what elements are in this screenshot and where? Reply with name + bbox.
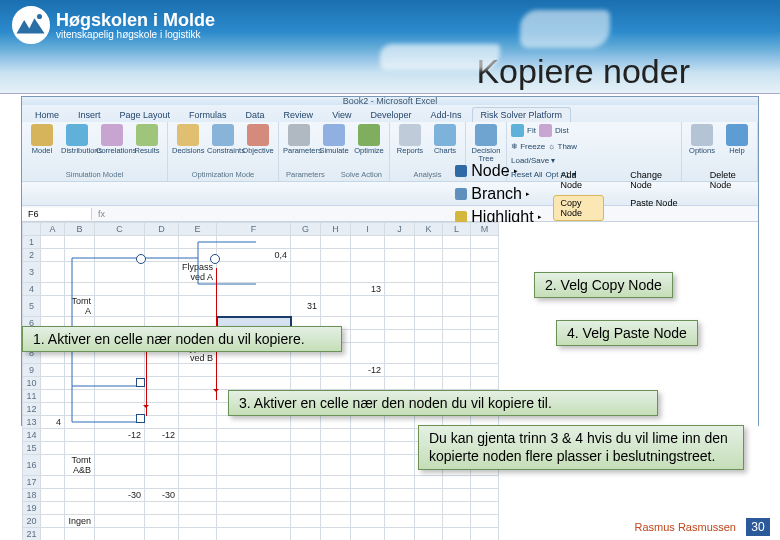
ribbon-button[interactable]: Options (686, 124, 718, 155)
cell[interactable] (41, 528, 65, 541)
cell[interactable] (321, 416, 351, 429)
cell[interactable] (41, 489, 65, 502)
cell[interactable] (65, 283, 95, 296)
cell[interactable] (415, 283, 443, 296)
cell[interactable] (95, 502, 145, 515)
cell[interactable] (95, 283, 145, 296)
cell[interactable] (471, 476, 499, 489)
cell[interactable] (179, 416, 217, 429)
ribbon-item[interactable]: ❄ Freeze☼ Thaw (511, 142, 677, 151)
cell[interactable] (321, 442, 351, 455)
cell[interactable] (321, 283, 351, 296)
cell[interactable] (217, 476, 291, 489)
cell[interactable] (471, 296, 499, 317)
cell[interactable]: 13 (351, 283, 385, 296)
cell[interactable] (415, 236, 443, 249)
cell[interactable] (179, 528, 217, 541)
cell[interactable] (291, 476, 321, 489)
cell[interactable] (443, 249, 471, 262)
cell[interactable] (351, 317, 385, 330)
cell[interactable] (145, 416, 179, 429)
menu-add-node[interactable]: Add Node (553, 167, 605, 193)
cell[interactable] (351, 236, 385, 249)
cell[interactable] (217, 455, 291, 476)
ribbon-button[interactable]: Decision Tree (470, 124, 502, 162)
cell[interactable] (41, 249, 65, 262)
cell[interactable] (41, 502, 65, 515)
cell[interactable]: 4 (41, 416, 65, 429)
cell[interactable] (321, 489, 351, 502)
cell[interactable] (41, 236, 65, 249)
cell[interactable] (145, 403, 179, 416)
cell[interactable]: 0,4 (217, 249, 291, 262)
cell[interactable] (415, 377, 443, 390)
menu-copy-node[interactable]: Copy Node (553, 195, 605, 221)
cell[interactable] (65, 403, 95, 416)
ribbon-tab[interactable]: Risk Solver Platform (472, 107, 572, 122)
cell[interactable] (443, 296, 471, 317)
cell[interactable] (415, 343, 443, 364)
cell[interactable]: Flypass ved A (179, 262, 217, 283)
ribbon-button[interactable]: Parameters (283, 124, 315, 155)
cell[interactable] (217, 416, 291, 429)
cell[interactable] (443, 476, 471, 489)
cell[interactable] (351, 502, 385, 515)
cell[interactable] (65, 442, 95, 455)
cell[interactable] (41, 429, 65, 442)
ribbon-button[interactable]: Help (721, 124, 753, 155)
cell[interactable] (217, 489, 291, 502)
cell[interactable] (65, 236, 95, 249)
cell[interactable] (471, 317, 499, 330)
cell[interactable] (95, 236, 145, 249)
cell[interactable] (385, 442, 415, 455)
cell[interactable] (471, 364, 499, 377)
cell[interactable]: -12 (145, 429, 179, 442)
cell[interactable]: -30 (95, 489, 145, 502)
cell[interactable] (65, 429, 95, 442)
menu-change-node[interactable]: Change Node (622, 167, 683, 193)
ribbon-tab[interactable]: Insert (69, 107, 110, 122)
cell[interactable]: Tomt A&B (65, 455, 95, 476)
cell[interactable] (145, 249, 179, 262)
cell[interactable] (95, 476, 145, 489)
cell[interactable] (217, 262, 291, 283)
cell[interactable] (179, 476, 217, 489)
cell[interactable] (41, 476, 65, 489)
cell[interactable] (179, 403, 217, 416)
ribbon-button[interactable]: Charts (429, 124, 461, 155)
cell[interactable] (41, 390, 65, 403)
ribbon-tab[interactable]: View (323, 107, 360, 122)
cell[interactable] (415, 528, 443, 541)
cell[interactable] (217, 236, 291, 249)
cell[interactable] (217, 429, 291, 442)
cell[interactable] (443, 489, 471, 502)
cell[interactable] (41, 296, 65, 317)
cell[interactable] (41, 283, 65, 296)
cell[interactable] (95, 528, 145, 541)
cell[interactable] (351, 442, 385, 455)
cell[interactable] (65, 502, 95, 515)
cell[interactable] (291, 502, 321, 515)
cell[interactable] (351, 416, 385, 429)
cell[interactable] (321, 364, 351, 377)
ribbon-tab[interactable]: Review (275, 107, 323, 122)
cell[interactable] (291, 455, 321, 476)
cell[interactable] (145, 502, 179, 515)
cell[interactable] (443, 330, 471, 343)
cell[interactable] (217, 502, 291, 515)
cell[interactable] (291, 515, 321, 528)
cell[interactable] (385, 455, 415, 476)
cell[interactable] (145, 455, 179, 476)
cell[interactable] (471, 515, 499, 528)
cell[interactable] (321, 262, 351, 283)
cell[interactable] (291, 489, 321, 502)
cell[interactable] (179, 502, 217, 515)
cell[interactable] (385, 364, 415, 377)
menu-delete-node[interactable]: Delete Node (702, 167, 758, 193)
cell[interactable] (291, 364, 321, 377)
ribbon-button[interactable]: Results (131, 124, 163, 155)
cell[interactable] (351, 343, 385, 364)
cell[interactable] (65, 528, 95, 541)
cell[interactable] (145, 442, 179, 455)
cell[interactable] (415, 515, 443, 528)
